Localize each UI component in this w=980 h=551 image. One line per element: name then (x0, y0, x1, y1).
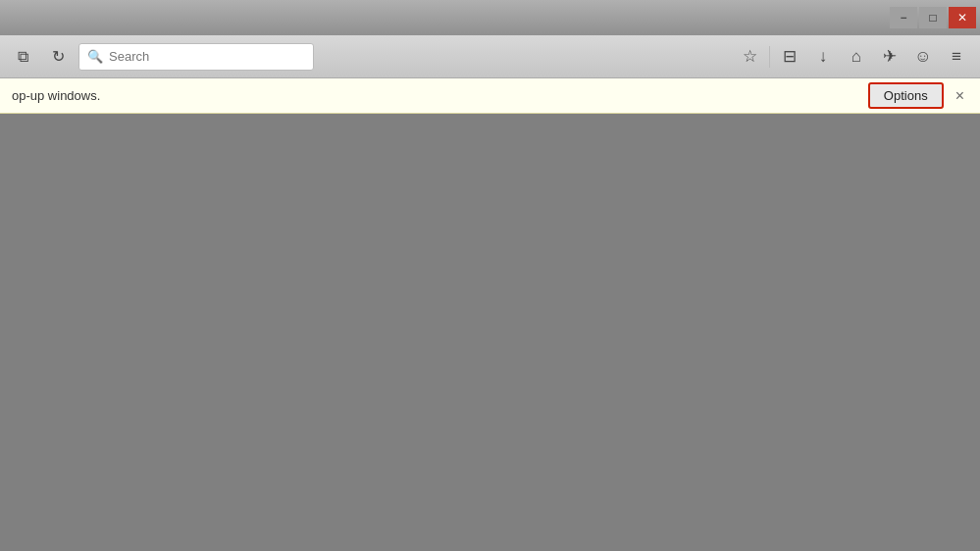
browser-toolbar: ⧉ ↻ 🔍 ☆ ⊟ ↓ ⌂ ✈ ☺ ≡ (0, 35, 980, 78)
bookmark-button[interactable]: ☆ (734, 41, 765, 73)
library-icon: ⊟ (783, 46, 797, 67)
minimize-button[interactable]: − (890, 7, 917, 28)
reload-icon: ↻ (52, 47, 65, 66)
menu-button[interactable]: ≡ (941, 41, 972, 73)
notification-bar: op-up windows. Options × (0, 78, 980, 114)
title-bar-controls: − □ ✕ (890, 7, 976, 28)
menu-icon: ≡ (952, 47, 961, 67)
separator-1 (769, 46, 770, 68)
download-icon: ↓ (819, 47, 828, 67)
maximize-button[interactable]: □ (919, 7, 947, 28)
notification-right: Options × (868, 82, 968, 109)
library-button[interactable]: ⊟ (774, 41, 805, 73)
toolbar-icons: ☆ ⊟ ↓ ⌂ ✈ ☺ ≡ (734, 41, 972, 73)
notification-text: op-up windows. (12, 88, 100, 103)
face-icon: ☺ (914, 47, 931, 67)
search-input[interactable] (109, 49, 305, 64)
bookmark-icon: ☆ (743, 46, 757, 67)
options-button[interactable]: Options (868, 82, 944, 109)
home-icon: ⌂ (851, 47, 861, 67)
sync-icon: ✈ (883, 46, 897, 67)
search-icon: 🔍 (87, 49, 103, 64)
home-button[interactable]: ⌂ (841, 41, 872, 73)
close-button[interactable]: ✕ (949, 7, 976, 28)
download-button[interactable]: ↓ (807, 41, 839, 73)
close-notification-button[interactable]: × (952, 87, 968, 105)
face-button[interactable]: ☺ (907, 41, 939, 73)
screenshot-icon: ⧉ (18, 48, 28, 66)
search-box: 🔍 (78, 43, 314, 71)
reload-button[interactable]: ↻ (43, 42, 73, 72)
sync-button[interactable]: ✈ (874, 41, 905, 73)
screenshot-button[interactable]: ⧉ (8, 42, 37, 72)
content-area (0, 114, 980, 551)
title-bar: − □ ✕ (0, 0, 980, 35)
